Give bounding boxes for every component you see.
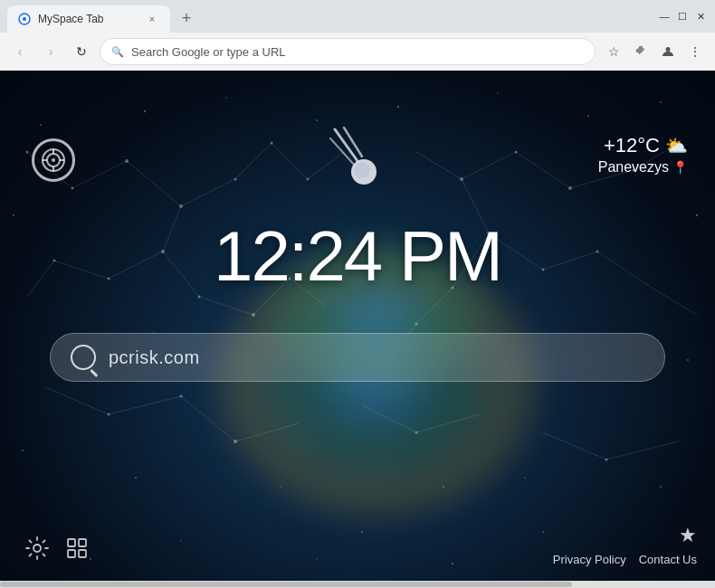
svg-point-46 bbox=[161, 250, 165, 253]
tab-favicon bbox=[18, 13, 31, 25]
svg-point-63 bbox=[234, 440, 237, 443]
svg-point-86 bbox=[660, 486, 662, 488]
svg-rect-109 bbox=[68, 539, 75, 546]
svg-line-13 bbox=[27, 261, 54, 297]
svg-line-12 bbox=[54, 261, 109, 279]
address-bar[interactable]: 🔍 Search Google or type a URL bbox=[100, 38, 596, 65]
svg-point-61 bbox=[108, 413, 110, 416]
svg-line-34 bbox=[235, 423, 299, 441]
svg-line-37 bbox=[543, 432, 606, 460]
svg-point-62 bbox=[180, 395, 183, 398]
svg-point-64 bbox=[415, 432, 418, 434]
svg-point-42 bbox=[179, 204, 183, 208]
svg-point-50 bbox=[252, 313, 255, 317]
svg-line-36 bbox=[416, 414, 480, 432]
favorite-button[interactable]: ★ bbox=[679, 524, 697, 547]
svg-point-69 bbox=[316, 119, 318, 121]
search-input[interactable]: pcrisk.com bbox=[109, 347, 644, 368]
svg-point-52 bbox=[460, 177, 463, 181]
svg-point-60 bbox=[415, 323, 418, 326]
footer-links: Privacy Policy Contact Us bbox=[553, 553, 697, 566]
weather-temperature: +12°C bbox=[604, 134, 660, 157]
page-content: 12:24 PM pcrisk.com +12°C ⛅ Panevezys 📍 bbox=[0, 71, 715, 581]
scrollbar[interactable] bbox=[0, 581, 715, 588]
svg-point-49 bbox=[198, 296, 201, 299]
svg-point-66 bbox=[40, 124, 42, 126]
address-text: Search Google or type a URL bbox=[131, 45, 584, 59]
svg-point-57 bbox=[542, 269, 545, 271]
clock-display: 12:24 PM bbox=[214, 215, 501, 298]
bookmark-button[interactable]: ☆ bbox=[601, 39, 626, 64]
svg-point-45 bbox=[307, 178, 310, 181]
svg-point-1 bbox=[23, 17, 26, 21]
privacy-policy-link[interactable]: Privacy Policy bbox=[553, 553, 626, 566]
refresh-button[interactable]: ↻ bbox=[69, 39, 94, 64]
svg-line-6 bbox=[181, 179, 235, 206]
extensions-button[interactable] bbox=[628, 39, 653, 64]
tab-close-button[interactable]: × bbox=[145, 12, 159, 26]
svg-point-80 bbox=[687, 359, 689, 361]
svg-point-95 bbox=[452, 563, 453, 564]
svg-point-84 bbox=[443, 486, 444, 488]
tab-bar: MySpace Tab × + bbox=[7, 0, 199, 33]
svg-point-40 bbox=[72, 187, 74, 190]
contact-us-link[interactable]: Contact Us bbox=[639, 553, 697, 566]
address-search-icon: 🔍 bbox=[111, 46, 124, 58]
svg-point-43 bbox=[234, 178, 237, 181]
svg-point-107 bbox=[354, 162, 370, 178]
minimize-button[interactable]: — bbox=[657, 9, 672, 24]
svg-line-10 bbox=[163, 206, 181, 251]
settings-button[interactable] bbox=[23, 534, 52, 563]
window-controls: — ☐ ✕ bbox=[657, 9, 708, 24]
weather-icon: ⛅ bbox=[665, 135, 688, 156]
svg-point-83 bbox=[280, 486, 281, 488]
weather-temp: +12°C ⛅ bbox=[598, 134, 688, 157]
menu-button[interactable]: ⋮ bbox=[682, 39, 708, 64]
svg-line-35 bbox=[362, 405, 416, 432]
svg-point-2 bbox=[666, 47, 671, 52]
svg-point-53 bbox=[515, 151, 518, 154]
svg-line-14 bbox=[163, 251, 199, 297]
svg-point-85 bbox=[524, 477, 526, 479]
svg-point-58 bbox=[596, 251, 599, 253]
maximize-button[interactable]: ☐ bbox=[675, 9, 690, 24]
expand-button[interactable] bbox=[62, 534, 91, 563]
weather-city: Panevezys 📍 bbox=[598, 159, 688, 175]
svg-rect-110 bbox=[79, 539, 86, 546]
svg-point-87 bbox=[696, 214, 698, 216]
location-icon: 📍 bbox=[672, 160, 688, 175]
svg-point-72 bbox=[587, 115, 589, 117]
svg-point-82 bbox=[135, 477, 137, 479]
profile-button[interactable] bbox=[655, 39, 681, 64]
new-tab-button[interactable]: + bbox=[174, 5, 199, 31]
svg-rect-111 bbox=[68, 550, 75, 557]
svg-line-104 bbox=[344, 128, 362, 156]
svg-point-41 bbox=[125, 159, 129, 163]
toolbar: ‹ › ↻ 🔍 Search Google or type a URL ☆ ⋮ bbox=[0, 33, 715, 71]
svg-line-8 bbox=[272, 143, 308, 179]
svg-point-70 bbox=[397, 106, 399, 108]
city-name: Panevezys bbox=[598, 159, 669, 175]
forward-button[interactable]: › bbox=[38, 39, 63, 64]
browser-frame: MySpace Tab × + — ☐ ✕ ‹ › ↻ 🔍 Search Goo… bbox=[0, 0, 715, 588]
svg-line-29 bbox=[597, 251, 652, 288]
close-button[interactable]: ✕ bbox=[693, 9, 708, 24]
myspace-logo[interactable] bbox=[32, 138, 75, 182]
active-tab[interactable]: MySpace Tab × bbox=[7, 5, 170, 33]
svg-point-47 bbox=[108, 278, 110, 280]
bottom-controls bbox=[23, 534, 91, 563]
svg-point-73 bbox=[660, 101, 662, 103]
search-bar[interactable]: pcrisk.com bbox=[50, 333, 665, 382]
back-button[interactable]: ‹ bbox=[7, 39, 33, 64]
svg-line-30 bbox=[652, 288, 697, 315]
svg-point-81 bbox=[22, 450, 24, 451]
svg-line-31 bbox=[45, 387, 109, 414]
weather-widget: +12°C ⛅ Panevezys 📍 bbox=[598, 134, 688, 175]
svg-point-39 bbox=[26, 151, 29, 154]
toolbar-icons: ☆ ⋮ bbox=[601, 39, 708, 64]
svg-point-91 bbox=[542, 531, 544, 533]
comet-icon bbox=[326, 125, 389, 210]
svg-point-94 bbox=[316, 558, 318, 560]
scrollbar-thumb[interactable] bbox=[0, 582, 572, 587]
svg-rect-112 bbox=[79, 550, 86, 557]
